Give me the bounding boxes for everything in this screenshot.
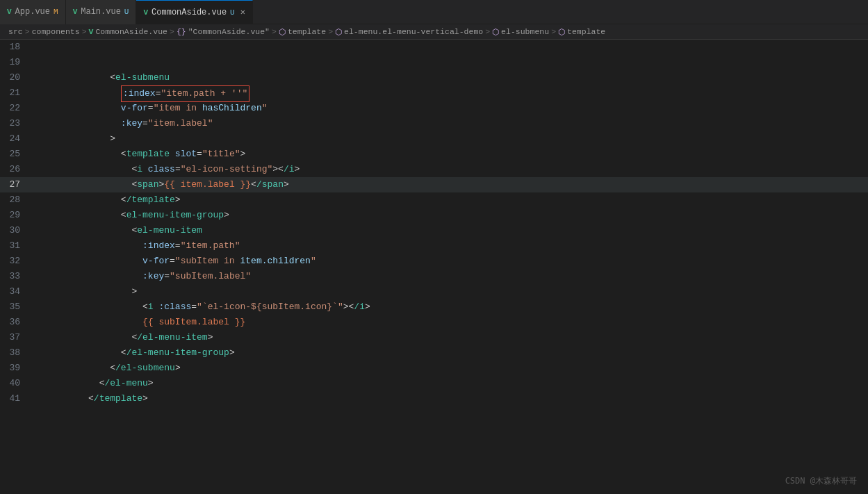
breadcrumb-symbol3: ⬡ xyxy=(335,27,342,37)
code-line-20: 20 :index="item.path + ''" xyxy=(0,70,868,85)
breadcrumb-sep: > xyxy=(170,27,174,36)
tab-commonaside-vue-badge: U xyxy=(230,8,235,17)
breadcrumb: src > components > V CommonAside.vue > {… xyxy=(0,24,868,40)
breadcrumb-sep: > xyxy=(25,27,30,36)
breadcrumb-symbol4: ⬡ xyxy=(492,27,499,37)
code-line-27: 27 </template> xyxy=(0,177,868,192)
tab-bar: V App.vue M V Main.vue U V CommonAside.v… xyxy=(0,0,868,24)
code-line-38: 38 </el-submenu> xyxy=(0,345,868,361)
code-line-32: 32 :key="subItem.label" xyxy=(0,254,868,269)
line-number: 23 xyxy=(0,116,31,131)
breadcrumb-symbol5: ⬡ xyxy=(558,27,565,37)
line-number: 28 xyxy=(0,192,31,208)
code-line-31: 31 v-for="subItem in item.children" xyxy=(0,238,868,254)
line-number: 32 xyxy=(0,254,31,269)
vue-icon: V xyxy=(143,8,148,17)
code-line-36: 36 </el-menu-item> xyxy=(0,315,868,330)
tab-app-vue-label: App.vue xyxy=(15,7,50,17)
line-number: 25 xyxy=(0,147,31,162)
line-number: 40 xyxy=(0,376,31,391)
breadcrumb-sep: > xyxy=(485,27,490,36)
breadcrumb-sep: > xyxy=(272,27,277,36)
code-line-40: 40 </template> xyxy=(0,376,868,391)
breadcrumb-vue-icon: V xyxy=(89,27,94,36)
line-number: 39 xyxy=(0,361,31,376)
breadcrumb-elsubmenu: el-submenu xyxy=(501,27,549,36)
line-number: 26 xyxy=(0,162,31,177)
code-line-37: 37 </el-menu-item-group> xyxy=(0,330,868,345)
code-line-33: 33 > xyxy=(0,269,868,284)
line-number: 27 xyxy=(0,177,31,192)
code-line-22: 22 :key="item.label" xyxy=(0,101,868,116)
line-number: 38 xyxy=(0,345,31,361)
breadcrumb-elmenu: el-menu.el-menu-vertical-demo xyxy=(344,27,483,36)
line-number: 41 xyxy=(0,391,31,406)
tab-commonaside-vue[interactable]: V CommonAside.vue U ✕ xyxy=(136,0,252,24)
code-line-19: 19 <el-submenu xyxy=(0,55,868,70)
tab-commonaside-vue-label: CommonAside.vue xyxy=(152,8,227,17)
line-number: 22 xyxy=(0,101,31,116)
code-line-21: 21 v-for="item in hasChildren" xyxy=(0,85,868,101)
code-line-35: 35 {{ subItem.label }} xyxy=(0,299,868,315)
code-line-34: 34 <i :class="`el-icon-${subItem.icon}`"… xyxy=(0,284,868,299)
line-number: 34 xyxy=(0,284,31,299)
code-line-26: 26 <span>{{ item.label }}</span> xyxy=(0,162,868,177)
code-line-23: 23 > xyxy=(0,116,868,131)
tab-main-vue-label: Main.vue xyxy=(81,7,121,17)
line-number: 24 xyxy=(0,131,31,147)
code-line-24: 24 <template slot="title"> xyxy=(0,131,868,147)
tab-main-vue[interactable]: V Main.vue U xyxy=(66,0,137,24)
line-number: 29 xyxy=(0,208,31,223)
line-number: 30 xyxy=(0,223,31,238)
tab-main-vue-badge: U xyxy=(124,8,129,16)
breadcrumb-template1: template xyxy=(288,27,326,36)
breadcrumb-sep: > xyxy=(328,27,333,36)
line-number: 18 xyxy=(0,40,31,55)
vue-icon: V xyxy=(7,8,12,16)
line-number: 36 xyxy=(0,315,31,330)
breadcrumb-file-str: "CommonAside.vue" xyxy=(188,27,270,36)
tab-app-vue-badge: M xyxy=(54,8,58,16)
line-number: 31 xyxy=(0,238,31,254)
line-number: 19 xyxy=(0,55,31,70)
code-line-29: 29 <el-menu-item xyxy=(0,208,868,223)
line-number: 20 xyxy=(0,70,31,85)
code-line-28: 28 <el-menu-item-group> xyxy=(0,192,868,208)
line-number: 37 xyxy=(0,330,31,345)
breadcrumb-commonaside: CommonAside.vue xyxy=(95,27,167,36)
breadcrumb-components: components xyxy=(32,27,80,36)
tab-close-icon[interactable]: ✕ xyxy=(240,7,245,17)
breadcrumb-template2: template xyxy=(567,27,605,36)
line-number: 35 xyxy=(0,299,31,315)
line-number: 33 xyxy=(0,269,31,284)
line-content: </template> xyxy=(31,376,868,406)
editor: 18 19 <el-submenu 20 :index="item.path +… xyxy=(0,40,868,406)
breadcrumb-sep: > xyxy=(82,27,87,36)
vue-icon: V xyxy=(73,8,78,16)
watermark: CSDN @木森林哥哥 xyxy=(785,475,857,487)
code-line-18: 18 xyxy=(0,40,868,55)
breadcrumb-symbol2: ⬡ xyxy=(279,27,286,37)
code-line-25: 25 <i class="el-icon-setting"></i> xyxy=(0,147,868,162)
code-line-39: 39 </el-menu> xyxy=(0,361,868,376)
code-line-30: 30 :index="item.path" xyxy=(0,223,868,238)
breadcrumb-sep: > xyxy=(551,27,556,36)
line-number: 21 xyxy=(0,85,31,101)
breadcrumb-symbol: {} xyxy=(177,27,186,36)
tab-app-vue[interactable]: V App.vue M xyxy=(0,0,66,24)
breadcrumb-src: src xyxy=(8,27,23,36)
